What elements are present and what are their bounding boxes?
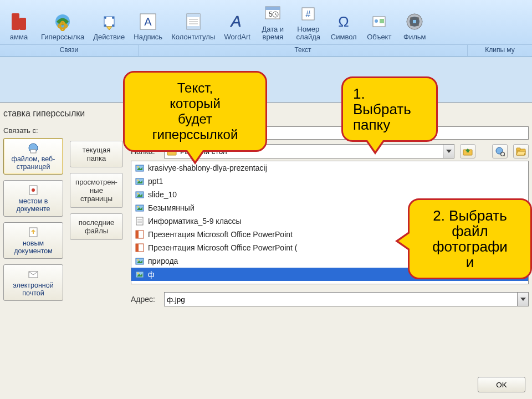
ribbon-icon bbox=[99, 11, 120, 32]
ribbon-Надпись[interactable]: AНадпись bbox=[129, 10, 167, 43]
ribbon-WordArt[interactable]: AWordArt bbox=[219, 10, 255, 43]
file-type-icon bbox=[135, 203, 145, 213]
address-combobox[interactable]: ф.jpg bbox=[164, 292, 529, 306]
browse-web-button[interactable] bbox=[492, 144, 508, 158]
callout-choose-file: 2. Выбратьфайлфотографии bbox=[408, 198, 532, 279]
link-with-label: Связать с: bbox=[3, 126, 70, 138]
svg-point-37 bbox=[417, 24, 419, 26]
svg-rect-54 bbox=[516, 148, 520, 150]
up-folder-button[interactable] bbox=[460, 144, 475, 158]
svg-rect-15 bbox=[187, 26, 200, 29]
ribbon-icon: Ω bbox=[333, 11, 354, 32]
file-type-icon bbox=[135, 216, 145, 226]
svg-rect-40 bbox=[30, 150, 36, 153]
link-option-icon bbox=[27, 268, 39, 280]
file-list-item[interactable]: ppt1 bbox=[131, 175, 528, 188]
svg-point-63 bbox=[137, 193, 139, 195]
callout-choose-folder: 1.Выбратьпапку bbox=[341, 76, 438, 142]
address-label: Адрес: bbox=[131, 295, 164, 304]
ribbon-group: Текст bbox=[139, 45, 468, 56]
browse-scope-button[interactable]: просмотрен-ныестраницы bbox=[70, 173, 123, 208]
svg-text:A: A bbox=[230, 13, 242, 30]
ribbon-icon: A bbox=[227, 11, 248, 32]
ribbon-icon: # bbox=[298, 3, 319, 24]
svg-line-52 bbox=[504, 155, 505, 156]
ribbon-icon: A bbox=[137, 11, 158, 32]
svg-marker-81 bbox=[520, 298, 526, 301]
svg-point-80 bbox=[137, 273, 139, 274]
callout-text-hyperlink: Текст,которыйбудетгиперссылкой bbox=[123, 71, 267, 152]
ribbon-Фильм[interactable]: Фильм bbox=[397, 10, 432, 43]
file-type-icon bbox=[135, 256, 145, 266]
svg-point-57 bbox=[137, 166, 139, 168]
ribbon-Объект[interactable]: Объект bbox=[361, 10, 397, 43]
ribbon-icon bbox=[8, 11, 29, 32]
svg-point-10 bbox=[112, 24, 114, 27]
ok-button[interactable]: OK bbox=[478, 377, 525, 392]
address-value: ф.jpg bbox=[167, 295, 185, 304]
svg-rect-31 bbox=[380, 19, 384, 23]
ribbon-icon bbox=[183, 11, 204, 32]
svg-point-34 bbox=[410, 17, 412, 19]
svg-marker-48 bbox=[446, 150, 452, 153]
svg-point-50 bbox=[496, 147, 503, 154]
ribbon: аммаГиперссылкаДействиеAНадписьКолонтиту… bbox=[0, 0, 532, 57]
svg-point-8 bbox=[112, 17, 114, 19]
svg-point-7 bbox=[104, 17, 106, 19]
chevron-down-icon[interactable] bbox=[443, 145, 454, 158]
link-to-option[interactable]: электроннойпочтой bbox=[3, 264, 63, 301]
browse-scope-button[interactable]: текущаяпапка bbox=[70, 141, 123, 167]
ribbon-амма[interactable]: амма bbox=[1, 10, 37, 43]
ribbon-Гиперссылка[interactable]: Гиперссылка bbox=[37, 10, 89, 43]
ribbon-group: Связи bbox=[0, 45, 139, 56]
svg-point-35 bbox=[417, 17, 419, 19]
svg-rect-38 bbox=[413, 20, 416, 23]
file-type-icon bbox=[135, 243, 145, 253]
svg-point-60 bbox=[137, 180, 139, 181]
svg-point-36 bbox=[410, 24, 412, 26]
link-option-icon bbox=[27, 142, 39, 154]
svg-rect-0 bbox=[12, 13, 19, 30]
ribbon-Номер[interactable]: #Номерслайда bbox=[290, 2, 326, 43]
svg-text:5: 5 bbox=[269, 11, 273, 18]
link-option-icon bbox=[27, 184, 39, 196]
browse-file-button[interactable] bbox=[513, 144, 529, 158]
link-to-option[interactable]: новымдокументом bbox=[3, 222, 63, 259]
link-option-icon bbox=[27, 226, 39, 238]
svg-rect-21 bbox=[265, 7, 280, 10]
svg-rect-72 bbox=[136, 231, 139, 238]
svg-point-9 bbox=[104, 24, 106, 27]
link-to-option[interactable]: файлом, веб-страницей bbox=[3, 138, 63, 175]
svg-rect-14 bbox=[187, 14, 200, 17]
file-type-icon bbox=[135, 163, 145, 173]
ribbon-Символ[interactable]: ΩСимвол bbox=[326, 10, 361, 43]
svg-text:Ω: Ω bbox=[339, 13, 349, 30]
ribbon-icon: 5 bbox=[262, 3, 283, 24]
ribbon-Действие[interactable]: Действие bbox=[89, 10, 129, 43]
file-type-icon bbox=[135, 176, 145, 186]
ribbon-icon bbox=[369, 11, 390, 32]
svg-text:A: A bbox=[145, 16, 152, 28]
svg-point-42 bbox=[32, 188, 35, 192]
ribbon-Дата и[interactable]: 5Дата ивремя bbox=[255, 2, 290, 43]
chevron-down-icon[interactable] bbox=[517, 293, 528, 306]
svg-point-30 bbox=[375, 19, 378, 23]
link-to-option[interactable]: местом вдокументе bbox=[3, 180, 63, 217]
svg-rect-1 bbox=[19, 18, 26, 30]
browse-scope-button[interactable]: последниефайлы bbox=[70, 213, 123, 240]
ribbon-icon bbox=[404, 11, 425, 32]
file-type-icon bbox=[135, 229, 145, 239]
svg-rect-74 bbox=[136, 244, 139, 252]
svg-text:#: # bbox=[306, 9, 311, 19]
file-type-icon bbox=[135, 269, 145, 279]
file-type-icon bbox=[135, 190, 145, 200]
svg-marker-6 bbox=[106, 27, 112, 30]
ribbon-group: Клипы му bbox=[468, 45, 532, 56]
ribbon-icon bbox=[52, 11, 73, 32]
ribbon-Колонтитулы[interactable]: Колонтитулы bbox=[167, 10, 219, 43]
svg-point-77 bbox=[137, 259, 139, 261]
svg-point-66 bbox=[137, 206, 139, 208]
